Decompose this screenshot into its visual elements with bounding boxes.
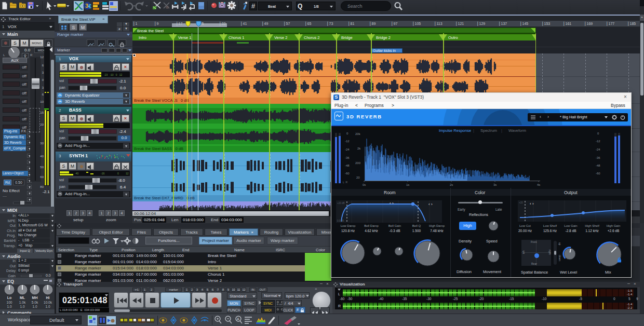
svg-text:‹ ›: ‹ › bbox=[428, 202, 433, 207]
svg-text:‹ ›: ‹ › bbox=[390, 201, 394, 206]
svg-text:€: € bbox=[88, 3, 91, 9]
svg-text:‹ ›: ‹ › bbox=[530, 201, 534, 206]
svg-text:A: A bbox=[237, 317, 239, 321]
svg-text:0.0 dB: 0.0 dB bbox=[337, 220, 344, 222]
svg-text:+20 dB: +20 dB bbox=[337, 202, 344, 205]
svg-text:+20: +20 bbox=[519, 201, 523, 204]
